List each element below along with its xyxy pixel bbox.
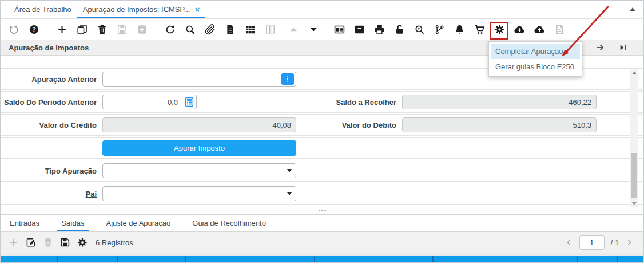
collapse-panel-icon[interactable] (630, 7, 635, 11)
pai-select[interactable] (102, 186, 296, 201)
saldo-a-recolher-label: Saldo a Recolher (296, 98, 396, 107)
next-page-icon[interactable] (625, 238, 633, 246)
grid-settings-icon[interactable] (74, 235, 91, 250)
next-record-icon[interactable] (595, 43, 605, 52)
saldo-a-recolher-input (402, 95, 597, 109)
add-record-icon[interactable] (52, 22, 72, 37)
grid-header-cell (118, 256, 186, 262)
app-window: Área de Trabalho Apuração de Impostos: I… (0, 0, 644, 263)
calculator-icon[interactable] (184, 97, 194, 107)
pai-field (102, 186, 296, 201)
page-number-input[interactable] (579, 235, 605, 250)
tab-area-de-trabalho[interactable]: Área de Trabalho (9, 1, 77, 18)
scroll-up-icon[interactable] (630, 69, 638, 76)
section-title: Apuração de Impostos (9, 44, 89, 52)
apurar-imposto-button[interactable]: Apurar Imposto (102, 140, 296, 156)
grid-header-cell (186, 256, 315, 262)
splitter-grip-icon (319, 210, 326, 211)
valor-debito-input (402, 117, 597, 132)
collapse-up-icon (284, 22, 304, 37)
settings-icon[interactable]: Completar Apuração Gerar guias Bloco E25… (490, 22, 510, 37)
saldo-periodo-anterior-input[interactable] (102, 95, 197, 109)
form-row: Saldo Do Período Anterior Saldo a Recolh… (1, 91, 643, 113)
tipo-apuracao-select[interactable] (102, 163, 296, 178)
apuracao-anterior-field (102, 72, 296, 87)
page-total: / 1 (611, 238, 619, 247)
grid-edit-icon[interactable] (22, 235, 39, 250)
vertical-scrollbar[interactable] (630, 69, 638, 207)
main-toolbar: Completar Apuração Gerar guias Bloco E25… (1, 19, 643, 40)
search-icon[interactable] (180, 22, 200, 37)
valor-credito-label: Valor do Crédito (1, 121, 97, 129)
scroll-down-icon[interactable] (630, 200, 638, 207)
tab-entradas[interactable]: Entradas (10, 215, 39, 231)
tipo-apuracao-label: Tipo Apuração (1, 167, 97, 175)
last-record-icon[interactable] (618, 43, 627, 52)
columns-icon (260, 22, 280, 37)
valor-credito-field (102, 117, 296, 132)
zoom-in-icon[interactable] (410, 22, 430, 37)
scrollbar-thumb[interactable] (631, 153, 637, 198)
tab-saidas[interactable]: Saídas (61, 215, 84, 231)
card-view-icon[interactable] (329, 22, 349, 37)
valor-debito-label: Valor do Débito (296, 121, 396, 129)
expand-down-icon[interactable] (304, 22, 324, 37)
close-tab-icon[interactable]: × (194, 5, 200, 14)
grid-header-cell (578, 256, 618, 262)
grid-header-cell (618, 256, 643, 262)
grid-header-cell (1, 256, 58, 262)
help-icon[interactable] (24, 22, 44, 37)
tab-apuracao-de-impostos[interactable]: Apuração de Impostos: ICMSP... × (77, 1, 205, 18)
tab-guia-de-recolhimento[interactable]: Guia de Recolhimento (192, 215, 266, 231)
menu-item-gerar-guias-bloco-e250[interactable]: Gerar guias Bloco E250 (491, 59, 580, 74)
valor-debito-field (402, 117, 597, 132)
detail-tab-bar: Entradas Saídas Ajuste de Apuração Guia … (1, 215, 643, 232)
form-row: Apurar Imposto (1, 137, 643, 159)
select-value (103, 164, 283, 178)
report-icon (550, 22, 570, 37)
settings-menu: Completar Apuração Gerar guias Bloco E25… (488, 41, 582, 77)
grid-pagination: / 1 (565, 235, 633, 250)
pai-label: Pai (1, 190, 97, 198)
cloud-download-icon[interactable] (510, 22, 530, 37)
valor-credito-input (102, 117, 296, 132)
chevron-down-icon[interactable] (283, 164, 296, 178)
print-icon[interactable] (369, 22, 389, 37)
window-tab-bar: Área de Trabalho Apuração de Impostos: I… (1, 1, 643, 19)
save-icon (112, 22, 132, 37)
unlock-icon[interactable] (389, 22, 410, 37)
refresh-icon[interactable] (160, 22, 180, 37)
grid-header-cell (315, 256, 434, 262)
table-view-icon[interactable] (240, 22, 260, 37)
undo-icon[interactable] (4, 22, 24, 37)
panel-splitter[interactable] (1, 206, 643, 215)
grid-delete-icon (39, 235, 57, 250)
branch-icon[interactable] (430, 22, 450, 37)
attachment-icon[interactable] (200, 22, 220, 37)
menu-item-completar-apuracao[interactable]: Completar Apuração (491, 44, 580, 59)
form-row: Valor do Crédito Valor do Débito (1, 114, 643, 136)
grid-add-icon (5, 235, 22, 250)
cart-icon[interactable] (470, 22, 490, 37)
insert-icon (132, 22, 152, 37)
records-count: 6 Registros (96, 238, 133, 247)
form-row: Tipo Apuração (1, 160, 643, 182)
notifications-icon[interactable] (450, 22, 470, 37)
grid-header-cell (434, 256, 578, 262)
cloud-upload-icon[interactable] (530, 22, 550, 37)
grid-save-icon[interactable] (57, 235, 74, 250)
delete-icon[interactable] (92, 22, 112, 37)
document-icon[interactable] (220, 22, 240, 37)
prev-page-icon[interactable] (565, 238, 573, 246)
tab-label: Área de Trabalho (14, 5, 71, 14)
form-area: Apuração Anterior Saldo Do Período Anter… (1, 56, 643, 206)
apuracao-anterior-input[interactable] (102, 72, 296, 87)
grid-header-cell (58, 256, 118, 262)
duplicate-icon[interactable] (72, 22, 92, 37)
tab-ajuste-de-apuracao[interactable]: Ajuste de Apuração (106, 215, 171, 231)
grid-toolbar: 6 Registros / 1 (1, 232, 643, 253)
lookup-button[interactable] (281, 73, 294, 85)
archive-icon[interactable] (349, 22, 369, 37)
chevron-down-icon[interactable] (283, 187, 296, 201)
tipo-apuracao-field (102, 163, 296, 178)
